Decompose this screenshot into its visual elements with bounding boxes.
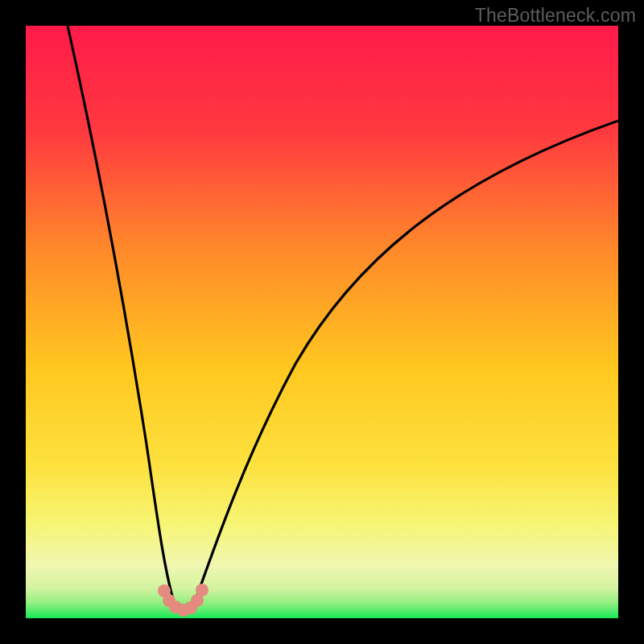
svg-point-7 — [196, 584, 208, 597]
curve-left-branch — [68, 26, 175, 607]
watermark-text: TheBottleneck.com — [475, 5, 636, 27]
chart-curves — [26, 26, 618, 618]
curve-right-branch — [193, 121, 618, 607]
minimum-dots — [158, 584, 208, 617]
